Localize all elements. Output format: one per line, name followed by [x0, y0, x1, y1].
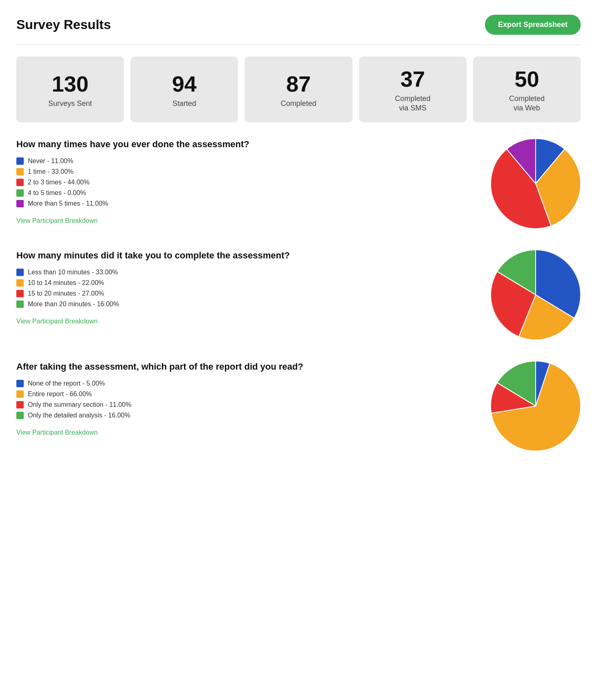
question-section-q2: How many minutes did it take you to comp… — [16, 250, 581, 341]
stat-number-0: 130 — [52, 73, 89, 95]
stat-label-2: Completed — [281, 99, 316, 108]
stat-card-2: 87Completed — [245, 56, 352, 122]
legend-list-q2: Less than 10 minutes - 33.00%10 to 14 mi… — [16, 269, 478, 308]
legend-item: None of the report - 5.00% — [16, 380, 478, 387]
legend-color-swatch — [16, 168, 24, 175]
legend-label: 4 to 5 times - 0.00% — [28, 189, 86, 197]
legend-label: Less than 10 minutes - 33.00% — [28, 269, 118, 276]
legend-item: Entire report - 66.00% — [16, 390, 478, 398]
legend-label: More than 5 times - 11.00% — [28, 200, 108, 207]
question-title-q1: How many times have you ever done the as… — [16, 139, 478, 150]
legend-color-swatch — [16, 301, 24, 308]
legend-label: 10 to 14 minutes - 22.00% — [28, 279, 104, 287]
legend-item: Only the summary section - 11.00% — [16, 401, 478, 408]
legend-label: Entire report - 66.00% — [28, 390, 92, 398]
legend-label: 15 to 20 minutes - 27.00% — [28, 290, 104, 297]
stat-label-0: Surveys Sent — [48, 99, 92, 108]
legend-color-swatch — [16, 189, 24, 197]
legend-label: More than 20 minutes - 16.00% — [28, 301, 119, 308]
stat-label-1: Started — [173, 99, 196, 108]
question-title-q3: After taking the assessment, which part … — [16, 361, 478, 373]
header-divider — [16, 45, 581, 45]
legend-color-swatch — [16, 412, 24, 419]
stats-row: 130Surveys Sent94Started87Completed37Com… — [16, 56, 581, 122]
legend-label: Only the detailed analysis - 16.00% — [28, 412, 130, 419]
legend-item: Only the detailed analysis - 16.00% — [16, 412, 478, 419]
legend-color-swatch — [16, 401, 24, 408]
chart-container-q2 — [491, 250, 581, 341]
pie-chart — [491, 361, 581, 451]
legend-item: Never - 11.00% — [16, 157, 478, 165]
legend-item: 15 to 20 minutes - 27.00% — [16, 290, 478, 297]
view-breakdown-link-q1[interactable]: View Participant Breakdown — [16, 217, 98, 224]
legend-label: 2 to 3 times - 44.00% — [28, 179, 90, 186]
legend-label: None of the report - 5.00% — [28, 380, 105, 387]
stat-number-3: 37 — [400, 68, 425, 90]
legend-color-swatch — [16, 390, 24, 398]
view-breakdown-link-q3[interactable]: View Participant Breakdown — [16, 429, 98, 436]
chart-container-q3 — [491, 361, 581, 453]
legend-color-swatch — [16, 200, 24, 207]
stat-number-1: 94 — [172, 73, 197, 95]
question-left-q2: How many minutes did it take you to comp… — [16, 250, 478, 325]
legend-item: 2 to 3 times - 44.00% — [16, 179, 478, 186]
legend-label: Only the summary section - 11.00% — [28, 401, 131, 408]
legend-color-swatch — [16, 269, 24, 276]
stat-label-4: Completedvia Web — [509, 94, 545, 113]
legend-color-swatch — [16, 179, 24, 186]
view-breakdown-link-q2[interactable]: View Participant Breakdown — [16, 318, 98, 325]
legend-item: More than 20 minutes - 16.00% — [16, 301, 478, 308]
legend-color-swatch — [16, 157, 24, 165]
legend-item: Less than 10 minutes - 33.00% — [16, 269, 478, 276]
stat-number-2: 87 — [286, 73, 311, 95]
export-spreadsheet-button[interactable]: Export Spreadsheet — [485, 15, 581, 35]
legend-label: Never - 11.00% — [28, 157, 73, 165]
legend-item: 4 to 5 times - 0.00% — [16, 189, 478, 197]
page-title: Survey Results — [16, 17, 111, 32]
legend-list-q3: None of the report - 5.00%Entire report … — [16, 380, 478, 419]
stat-number-4: 50 — [514, 68, 539, 90]
pie-chart — [491, 139, 581, 229]
page-header: Survey Results Export Spreadsheet — [16, 15, 581, 35]
stat-card-3: 37Completedvia SMS — [359, 56, 467, 122]
legend-color-swatch — [16, 380, 24, 387]
legend-label: 1 time - 33.00% — [28, 168, 74, 175]
legend-color-swatch — [16, 290, 24, 297]
pie-chart — [491, 250, 581, 340]
question-section-q3: After taking the assessment, which part … — [16, 361, 581, 453]
question-section-q1: How many times have you ever done the as… — [16, 139, 581, 230]
stat-card-0: 130Surveys Sent — [16, 56, 124, 122]
legend-list-q1: Never - 11.00%1 time - 33.00%2 to 3 time… — [16, 157, 478, 207]
question-title-q2: How many minutes did it take you to comp… — [16, 250, 478, 262]
stat-label-3: Completedvia SMS — [395, 94, 431, 113]
legend-color-swatch — [16, 279, 24, 287]
chart-container-q1 — [491, 139, 581, 230]
question-left-q3: After taking the assessment, which part … — [16, 361, 478, 437]
legend-item: 1 time - 33.00% — [16, 168, 478, 175]
stat-card-4: 50Completedvia Web — [473, 56, 581, 122]
legend-item: 10 to 14 minutes - 22.00% — [16, 279, 478, 287]
question-left-q1: How many times have you ever done the as… — [16, 139, 478, 225]
stat-card-1: 94Started — [130, 56, 238, 122]
legend-item: More than 5 times - 11.00% — [16, 200, 478, 207]
